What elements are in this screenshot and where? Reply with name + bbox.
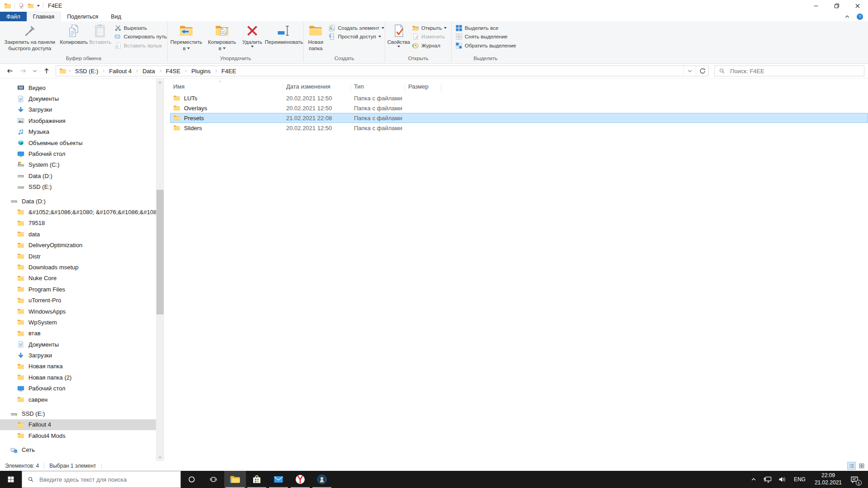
breadcrumb-item[interactable]: Plugins bbox=[189, 68, 213, 75]
volume-tray-button[interactable] bbox=[775, 471, 789, 488]
sidebar-item-folder[interactable]: втав bbox=[0, 328, 156, 339]
cortana-button[interactable] bbox=[181, 471, 203, 488]
taskbar-search-input[interactable] bbox=[38, 476, 175, 483]
properties-quick-icon[interactable] bbox=[18, 3, 24, 9]
sidebar-item-folder[interactable]: Program Files bbox=[0, 284, 156, 295]
delete-button[interactable]: Удалить bbox=[240, 22, 265, 55]
cut-button[interactable]: Вырезать bbox=[114, 24, 167, 32]
rename-button[interactable]: Переименовать bbox=[265, 22, 303, 55]
new-folder-quick-icon[interactable] bbox=[28, 3, 34, 9]
up-button[interactable] bbox=[40, 66, 52, 76]
taskbar-search[interactable] bbox=[22, 471, 181, 488]
column-header-type[interactable]: Тип bbox=[351, 83, 405, 93]
file-row[interactable]: LUTs 20.02.2021 12:50 Папка с файлами bbox=[170, 93, 868, 103]
sidebar-item-ssd-e[interactable]: SSD (E:) bbox=[0, 182, 156, 192]
address-history-icon[interactable] bbox=[683, 66, 696, 76]
file-row[interactable]: Sliders 20.02.2021 12:50 Папка с файлами bbox=[170, 123, 868, 133]
sidebar-item-music[interactable]: Музыка bbox=[0, 127, 156, 137]
sidebar-item-videos[interactable]: Видео bbox=[0, 82, 156, 93]
column-header-size[interactable]: Размер bbox=[405, 83, 441, 93]
sidebar-item-pictures[interactable]: Изображения bbox=[0, 115, 156, 126]
copy-button[interactable]: Копировать bbox=[59, 22, 89, 55]
breadcrumb-item[interactable]: Data bbox=[140, 68, 157, 75]
file-row[interactable]: Overlays 20.02.2021 12:50 Папка с файлам… bbox=[170, 103, 868, 113]
back-button[interactable] bbox=[4, 66, 16, 76]
sidebar-item-network[interactable]: Сеть bbox=[0, 445, 156, 455]
properties-button[interactable]: Свойства bbox=[386, 22, 412, 55]
sidebar-item-folder[interactable]: Nuke Core bbox=[0, 273, 156, 284]
start-button[interactable] bbox=[0, 471, 22, 488]
tab-share[interactable]: Поделиться bbox=[61, 12, 104, 21]
action-center-button[interactable]: 1 bbox=[846, 471, 865, 488]
scroll-up-icon[interactable] bbox=[156, 79, 164, 86]
sidebar-item-desktop[interactable]: Рабочий стол bbox=[0, 383, 156, 394]
sidebar-item-folder[interactable]: DeliveryOptimization bbox=[0, 239, 156, 250]
tab-file[interactable]: Файл bbox=[0, 12, 27, 21]
minimize-button[interactable] bbox=[806, 0, 826, 12]
copy-to-button[interactable]: Копировать в bbox=[204, 22, 240, 55]
sidebar-item-folder[interactable]: WindowsApps bbox=[0, 306, 156, 317]
sidebar-item-folder[interactable]: Новая папка bbox=[0, 361, 156, 372]
language-indicator[interactable]: ENG bbox=[789, 471, 810, 488]
thumbnails-view-button[interactable] bbox=[857, 462, 866, 470]
quick-access-dropdown-icon[interactable] bbox=[37, 5, 40, 7]
sidebar-item-documents[interactable]: Документы bbox=[0, 339, 156, 350]
column-header-date[interactable]: Дата изменения bbox=[283, 83, 351, 93]
sidebar-item-data-d[interactable]: Data (D:) bbox=[0, 170, 156, 181]
refresh-button[interactable] bbox=[696, 66, 708, 76]
sidebar-item-folder[interactable]: 79518 bbox=[0, 218, 156, 229]
move-to-button[interactable]: Переместить в bbox=[168, 22, 204, 55]
history-button[interactable]: Журнал bbox=[412, 42, 447, 49]
close-button[interactable] bbox=[847, 0, 868, 12]
help-icon[interactable] bbox=[856, 13, 863, 20]
pin-to-quick-access-button[interactable]: Закрепить на панели быстрого доступа bbox=[0, 22, 59, 55]
sidebar-item-folder[interactable]: Downloads msetup bbox=[0, 262, 156, 272]
network-tray-button[interactable] bbox=[760, 471, 775, 488]
new-folder-button[interactable]: Новая папка bbox=[304, 22, 327, 55]
search-input[interactable] bbox=[729, 67, 860, 75]
sidebar-item-folder[interactable]: data bbox=[0, 229, 156, 239]
tab-home[interactable]: Главная bbox=[27, 12, 61, 21]
sidebar-item-system-c[interactable]: System (C:) bbox=[0, 160, 156, 170]
sidebar-section-data-d[interactable]: Data (D:) bbox=[0, 196, 156, 206]
details-view-button[interactable] bbox=[847, 462, 856, 470]
sidebar-item-documents[interactable]: Документы bbox=[0, 93, 156, 104]
sidebar-scrollbar[interactable] bbox=[156, 79, 164, 461]
sidebar-item-folder[interactable]: &#1052;&#1086;&#1080; &#1076;&#1086;&#10… bbox=[0, 206, 156, 217]
sidebar-item-folder[interactable]: WpSystem bbox=[0, 317, 156, 328]
search-box[interactable] bbox=[714, 66, 864, 76]
taskbar-app-fallout4[interactable] bbox=[311, 471, 333, 488]
select-all-button[interactable]: Выделить все bbox=[455, 24, 516, 32]
taskbar-app-mail[interactable] bbox=[268, 471, 289, 488]
sidebar-item-folder[interactable]: Новая папка (2) bbox=[0, 372, 156, 383]
new-item-button[interactable]: Создать элемент bbox=[328, 24, 384, 32]
recent-locations-icon[interactable] bbox=[31, 66, 39, 76]
breadcrumb-item[interactable]: SSD (E:) bbox=[73, 68, 100, 75]
sidebar-item-folder[interactable]: uTorrent-Pro bbox=[0, 295, 156, 305]
breadcrumb-item[interactable]: F4SE bbox=[164, 68, 183, 75]
clock[interactable]: 22:09 21.02.2021 bbox=[810, 472, 846, 486]
sidebar-item-fallout4-mods[interactable]: Fallout4 Mods bbox=[0, 430, 156, 441]
sidebar-item-downloads[interactable]: Загрузки bbox=[0, 104, 156, 115]
sidebar-section-ssd-e[interactable]: SSD (E:) bbox=[0, 408, 156, 419]
invert-selection-button[interactable]: Обратить выделение bbox=[455, 42, 516, 49]
task-view-button[interactable] bbox=[203, 471, 224, 488]
address-bar[interactable]: SSD (E:) Fallout 4 Data F4SE Plugins F4E… bbox=[56, 66, 709, 76]
tab-view[interactable]: Вид bbox=[104, 12, 127, 21]
breadcrumb-item[interactable]: Fallout 4 bbox=[107, 68, 134, 75]
breadcrumb-item[interactable]: F4EE bbox=[219, 68, 239, 75]
file-row-selected[interactable]: Presets 21.02.2021 22:08 Папка с файлами bbox=[170, 113, 868, 123]
taskbar-app-browser[interactable] bbox=[289, 471, 311, 488]
column-header-name[interactable]: Имя bbox=[170, 83, 283, 93]
select-none-button[interactable]: Снять выделение bbox=[455, 33, 516, 41]
sidebar-item-fallout4[interactable]: Fallout 4 bbox=[0, 419, 156, 430]
scrollbar-thumb[interactable] bbox=[156, 190, 164, 314]
open-button[interactable]: Открыть bbox=[412, 24, 447, 32]
sidebar-item-desktop[interactable]: Рабочий стол bbox=[0, 148, 156, 159]
easy-access-button[interactable]: Простой доступ bbox=[328, 33, 384, 41]
copy-path-button[interactable]: Скопировать путь bbox=[114, 33, 167, 41]
sidebar-item-folder[interactable]: саврен bbox=[0, 394, 156, 405]
sidebar-item-folder[interactable]: Distr bbox=[0, 251, 156, 262]
hidden-icons-button[interactable] bbox=[747, 471, 760, 488]
forward-button[interactable] bbox=[17, 66, 29, 76]
